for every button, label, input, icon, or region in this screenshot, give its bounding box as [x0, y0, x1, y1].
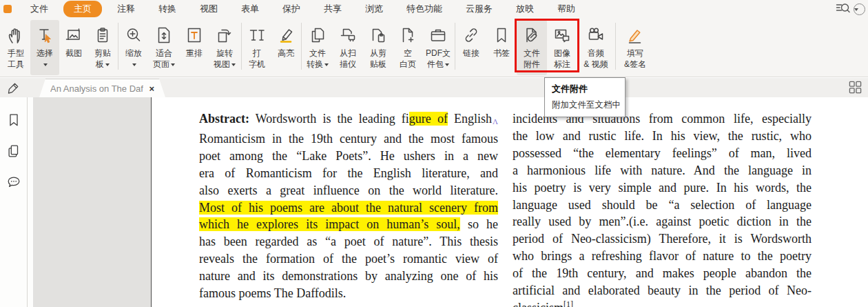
menu-home-active[interactable]: 主页	[63, 1, 102, 17]
bookmark-button[interactable]: 书签	[486, 20, 517, 75]
highlighter-icon	[277, 26, 295, 44]
zoom-button[interactable]: 缩放	[119, 20, 148, 75]
scanner-icon	[339, 26, 357, 44]
hand-icon	[7, 26, 25, 44]
link-button[interactable]: 链接	[456, 20, 486, 75]
document-tab-bar: An Analysis on The Daff... ×	[0, 78, 868, 97]
edit-pencil-icon[interactable]	[8, 81, 21, 94]
pages-panel-icon[interactable]	[6, 143, 21, 159]
pdf-page: Abstract: Wordsworth is the leading figu…	[151, 97, 868, 307]
dropdown-caret-icon	[171, 63, 175, 66]
menu-file[interactable]: 文件	[19, 1, 60, 17]
tooltip-description: 附加文件至文档中	[552, 99, 618, 111]
toolbar-separator	[241, 23, 242, 70]
image-annotation-button[interactable]: 图像 标注	[547, 20, 577, 75]
clipboard-button[interactable]: 剪贴 板	[88, 20, 117, 75]
blank-page-button[interactable]: 空 白页	[393, 20, 422, 75]
toolbar-separator	[118, 23, 118, 70]
close-tab-icon[interactable]: ×	[149, 83, 154, 94]
pdf-editor-window: 文件 主页 注释 转换 视图 表单 保护 共享 浏览 特色功能 云服务 放映 帮…	[0, 0, 868, 307]
paste-page-icon	[369, 26, 387, 44]
hand-tool-button[interactable]: 手型 工具	[1, 20, 30, 75]
snapshot-icon	[65, 26, 83, 44]
menu-view[interactable]: 视图	[188, 1, 229, 17]
fit-page-button[interactable]: 适合 页面	[148, 20, 180, 75]
dropdown-caret-icon	[445, 63, 449, 66]
snapshot-button[interactable]: 截图	[59, 20, 88, 75]
reflow-icon	[185, 26, 203, 44]
document-tab-title: An Analysis on The Daff...	[50, 83, 143, 94]
dropdown-caret-icon	[132, 63, 136, 66]
file-convert-button[interactable]: 文件 转换	[302, 20, 333, 75]
window-edge-button[interactable]	[854, 3, 865, 15]
dropdown-caret-icon	[324, 63, 329, 66]
document-tab[interactable]: An Analysis on The Daff... ×	[39, 79, 165, 97]
image-speech-bubble-icon	[553, 26, 571, 44]
document-text-right-column: incidents and situations from common lif…	[513, 110, 812, 307]
typewriter-button[interactable]: 打 字机	[242, 20, 271, 75]
clipboard-icon	[94, 26, 112, 44]
menu-help[interactable]: 帮助	[546, 1, 587, 17]
video-camera-icon	[587, 26, 605, 44]
main-area: Abstract: Wordsworth is the leading figu…	[0, 97, 868, 307]
audio-video-button[interactable]: 音频 & 视频	[577, 20, 614, 75]
toolbar-separator	[301, 23, 302, 70]
menu-features[interactable]: 特色功能	[395, 1, 454, 17]
reflow-button[interactable]: 重排	[180, 20, 209, 75]
dropdown-caret-icon	[231, 63, 236, 66]
menu-protect[interactable]: 保护	[271, 1, 312, 17]
menu-convert[interactable]: 转换	[147, 1, 188, 17]
link-icon	[462, 26, 480, 44]
document-text-left-column: Abstract: Wordsworth is the leading figu…	[199, 110, 498, 307]
dropdown-caret-icon	[105, 63, 110, 66]
menu-present[interactable]: 放映	[504, 1, 546, 17]
convert-pages-icon	[309, 26, 327, 44]
toolbar-separator	[615, 23, 616, 70]
page-paperclip-icon	[523, 26, 541, 44]
fit-page-icon	[155, 26, 173, 44]
navigation-sidebar	[0, 97, 28, 307]
dropdown-caret-icon	[43, 63, 48, 66]
bookmark-ribbon-icon	[493, 26, 510, 44]
typewriter-icon	[248, 26, 266, 44]
from-clipboard-button[interactable]: 从剪 贴板	[363, 20, 393, 75]
tooltip-title: 文件附件	[552, 83, 618, 95]
rotate-view-button[interactable]: 旋转 视图	[209, 20, 240, 75]
from-scanner-button[interactable]: 从扫 描仪	[333, 20, 363, 75]
tooltip: 文件附件 附加文件至文档中	[544, 77, 626, 117]
menu-form[interactable]: 表单	[229, 1, 271, 17]
select-cursor-icon	[36, 26, 54, 44]
fill-sign-pen-icon	[626, 26, 644, 44]
app-logo-icon	[3, 5, 12, 13]
search-icon[interactable]	[835, 2, 851, 17]
document-viewport: Abstract: Wordsworth is the leading figu…	[33, 97, 868, 307]
rotate-view-icon	[216, 26, 234, 44]
menu-browse[interactable]: 浏览	[353, 1, 395, 17]
toolbar-separator	[455, 23, 455, 70]
bookmarks-panel-icon[interactable]	[6, 112, 21, 128]
menu-comment[interactable]: 注释	[105, 1, 147, 17]
grid-view-icon[interactable]	[849, 81, 862, 94]
pdf-portfolio-button[interactable]: PDF文 件包	[422, 20, 454, 75]
sidebar-gutter	[28, 97, 33, 307]
fill-sign-button[interactable]: 填写 &签名	[617, 20, 654, 75]
comments-panel-icon[interactable]	[6, 175, 21, 190]
select-tool-button[interactable]: 选择	[30, 20, 59, 75]
home-ribbon-toolbar: 手型 工具 选择 截图 剪贴 板 缩放 适合 页面	[0, 18, 868, 77]
file-attachment-button[interactable]: 文件 附件	[517, 20, 547, 75]
menu-cloud[interactable]: 云服务	[454, 1, 504, 17]
portfolio-icon	[429, 26, 447, 44]
zoom-in-icon	[125, 26, 143, 44]
highlight-button[interactable]: 高亮	[271, 20, 300, 75]
blank-page-plus-icon	[399, 26, 417, 44]
menu-share[interactable]: 共享	[312, 1, 353, 17]
menu-bar: 文件 主页 注释 转换 视图 表单 保护 共享 浏览 特色功能 云服务 放映 帮…	[0, 0, 868, 18]
